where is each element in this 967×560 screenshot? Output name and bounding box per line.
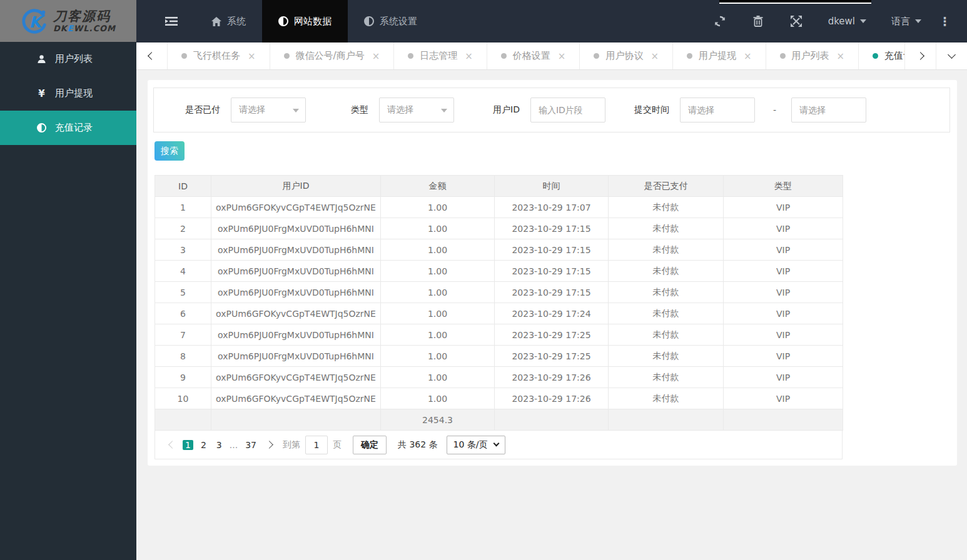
chevron-down-icon — [915, 19, 921, 23]
tab-label: 用户列表 — [792, 50, 829, 62]
tab-dot-icon — [594, 53, 599, 59]
table-cell: oxPUm6GFOKyvCGpT4EWTJq5OzrNE — [211, 303, 381, 324]
chevron-down-icon — [493, 441, 499, 447]
table-row: 7oxPUm6PJU0FrgMxUVD0TupH6hMNI1.002023-10… — [155, 324, 843, 346]
user-icon — [36, 54, 47, 64]
records-table: ID用户ID金额时间是否已支付类型 1oxPUm6GFOKyvCGpT4EWTJ… — [154, 175, 843, 431]
more-options-button[interactable]: ⋮ — [934, 14, 961, 28]
total-amount-cell: 2454.3 — [381, 409, 495, 431]
tab-item[interactable]: 微信公号/商户号× — [270, 42, 395, 69]
tab-close-icon[interactable]: × — [248, 51, 256, 62]
sidebar-item-user-withdraw[interactable]: ¥ 用户提现 — [0, 76, 136, 111]
tab-item[interactable]: 用户提现× — [673, 42, 766, 69]
filter-group-type: 类型 请选择 — [351, 98, 454, 122]
column-header: 类型 — [724, 176, 843, 197]
tab-dot-icon — [181, 53, 187, 59]
tab-close-icon[interactable]: × — [837, 51, 845, 62]
table-cell: 未付款 — [609, 346, 724, 367]
time-to-input[interactable] — [791, 98, 866, 122]
table-cell: VIP — [724, 197, 843, 218]
tab-item[interactable]: 日志管理× — [394, 42, 487, 69]
clear-cache-button[interactable] — [739, 0, 777, 42]
column-header: 是否已支付 — [609, 176, 724, 197]
top-navbar: 系统 网站数据 系统设置 — [136, 0, 967, 42]
sidebar-item-label: 充值记录 — [55, 122, 93, 134]
table-cell: oxPUm6GFOKyvCGpT4EWTJq5OzrNE — [211, 197, 381, 218]
fullscreen-icon — [791, 16, 802, 27]
page-size-select[interactable]: 10 条/页 — [447, 436, 505, 454]
navbar-right-tools: dkewl 语言 ⋮ — [701, 0, 967, 42]
table-cell: 1.00 — [381, 346, 495, 367]
table-cell: 2023-10-29 17:25 — [495, 346, 609, 367]
table-cell: 6 — [155, 303, 211, 324]
nav-item-site-data[interactable]: 网站数据 — [262, 0, 348, 42]
tab-dot-icon — [687, 53, 692, 59]
confirm-page-button[interactable]: 确定 — [353, 436, 387, 454]
sidebar-item-user-list[interactable]: 用户列表 — [0, 42, 136, 76]
adjust-icon — [278, 16, 288, 26]
table-cell: 2023-10-29 17:26 — [495, 388, 609, 409]
page-button[interactable]: 37 — [243, 440, 259, 450]
table-row: 9oxPUm6GFOKyvCGpT4EWTJq5OzrNE1.002023-10… — [155, 367, 843, 388]
tab-dot-icon — [873, 53, 878, 59]
tab-label: 微信公号/商户号 — [296, 50, 365, 62]
tab-close-icon[interactable]: × — [372, 51, 380, 62]
table-cell: 1.00 — [381, 218, 495, 239]
filter-label-userid: 用户ID — [493, 104, 520, 116]
chevron-right-icon — [916, 52, 924, 60]
adjust-icon — [364, 16, 374, 26]
tabs-menu-button[interactable] — [936, 42, 967, 69]
tab-close-icon[interactable]: × — [744, 51, 752, 62]
table-cell: 2023-10-29 17:15 — [495, 282, 609, 303]
sidebar-toggle-button[interactable] — [136, 0, 195, 42]
table-cell: oxPUm6PJU0FrgMxUVD0TupH6hMNI — [211, 239, 381, 261]
chevron-down-icon — [860, 19, 866, 23]
tab-item[interactable]: 飞行棋任务× — [168, 42, 270, 69]
tabs-scroll-left-button[interactable] — [136, 42, 168, 69]
next-page-button[interactable] — [261, 437, 278, 453]
paid-status-select[interactable]: 请选择 — [231, 98, 306, 122]
trash-icon — [753, 16, 763, 27]
tab-item[interactable]: 充值记录× — [859, 42, 904, 69]
current-page-button[interactable]: 1 — [183, 440, 193, 450]
search-button[interactable]: 搜索 — [154, 141, 185, 161]
table-row: 8oxPUm6PJU0FrgMxUVD0TupH6hMNI1.002023-10… — [155, 346, 843, 367]
nav-item-system[interactable]: 系统 — [195, 0, 262, 42]
records-table-wrap: ID用户ID金额时间是否已支付类型 1oxPUm6GFOKyvCGpT4EWTJ… — [154, 175, 843, 459]
table-cell: VIP — [724, 239, 843, 261]
table-row: 2oxPUm6PJU0FrgMxUVD0TupH6hMNI1.002023-10… — [155, 218, 843, 239]
refresh-button[interactable] — [701, 0, 739, 42]
tab-item[interactable]: 用户列表× — [766, 42, 859, 69]
chevron-left-icon — [168, 441, 176, 449]
page-button[interactable]: 2 — [198, 440, 209, 450]
table-cell: oxPUm6GFOKyvCGpT4EWTJq5OzrNE — [211, 367, 381, 388]
tab-label: 充值记录 — [884, 50, 904, 62]
brand-logo[interactable]: K 刀客源码 DKEWL.COM — [0, 0, 136, 42]
sidebar-item-recharge-records[interactable]: 充值记录 — [0, 111, 136, 145]
time-from-input[interactable] — [680, 98, 755, 122]
user-menu[interactable]: dkewl — [816, 0, 879, 42]
tab-close-icon[interactable]: × — [651, 51, 659, 62]
tab-close-icon[interactable]: × — [558, 51, 566, 62]
goto-page-input[interactable] — [305, 436, 328, 454]
page-button[interactable]: 3 — [214, 440, 225, 450]
table-cell: 1 — [155, 197, 211, 218]
tabs-scroll-right-button[interactable] — [904, 42, 936, 69]
table-cell: oxPUm6PJU0FrgMxUVD0TupH6hMNI — [211, 261, 381, 282]
fullscreen-button[interactable] — [777, 0, 816, 42]
nav-item-system-settings[interactable]: 系统设置 — [348, 0, 433, 42]
prev-page-button[interactable] — [164, 437, 180, 453]
column-header: 金额 — [381, 176, 495, 197]
tab-list: 飞行棋任务×微信公号/商户号×日志管理×价格设置×用户协议×用户提现×用户列表×… — [168, 42, 904, 69]
userid-input[interactable] — [530, 98, 605, 122]
type-select[interactable]: 请选择 — [379, 98, 454, 122]
tab-item[interactable]: 价格设置× — [487, 42, 580, 69]
footer-cell — [724, 409, 843, 431]
filter-group-userid: 用户ID — [493, 98, 605, 122]
language-menu[interactable]: 语言 — [879, 0, 934, 42]
tab-close-icon[interactable]: × — [465, 51, 473, 62]
tab-item[interactable]: 用户协议× — [580, 42, 673, 69]
footer-cell — [211, 409, 381, 431]
table-cell: 10 — [155, 388, 211, 409]
filter-label-type: 类型 — [351, 104, 368, 116]
